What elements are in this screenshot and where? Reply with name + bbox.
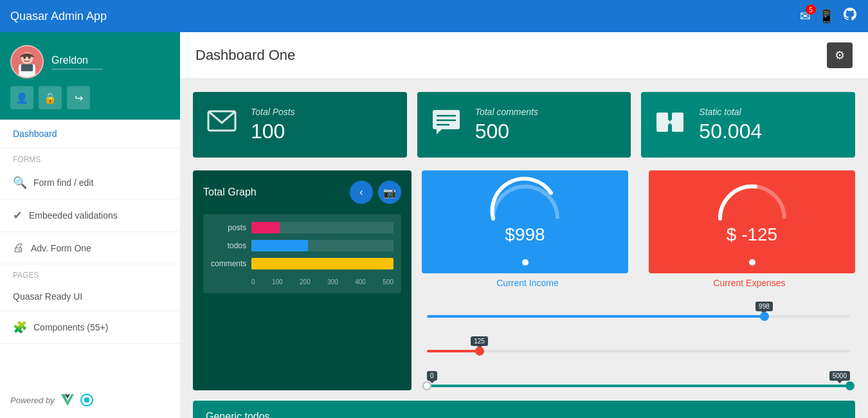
expense-slider-row: 125: [427, 336, 850, 356]
mail-badge: 5: [806, 5, 816, 15]
bar-row-comments: comments: [211, 258, 393, 269]
stat-info-comments: Total comments 500: [475, 107, 538, 143]
check-icon: ✔: [13, 208, 23, 223]
axis-500: 500: [383, 278, 393, 286]
bar-track-posts: [251, 222, 393, 233]
page-title: Dashboard One: [195, 47, 295, 64]
stat-card-total-posts: Total Posts 100: [193, 92, 407, 158]
range-slider-row: 0 5000: [427, 371, 850, 390]
settings-button[interactable]: ⚙: [827, 42, 853, 68]
mail-icon[interactable]: ✉ 5: [800, 8, 811, 24]
range-slider-right-thumb[interactable]: [845, 381, 854, 390]
range-slider-fill: [427, 385, 850, 387]
sidebar-user-row: Greldon: [10, 45, 170, 78]
graph-header: Total Graph ‹ 📷: [203, 181, 401, 204]
axis-400: 400: [355, 278, 366, 286]
lock-button[interactable]: 🔒: [39, 86, 62, 109]
bottom-section: Total Graph ‹ 📷 posts: [193, 170, 855, 390]
axis-200: 200: [300, 278, 311, 286]
bar-fill-comments: [251, 258, 393, 269]
bar-row-todos: todos: [211, 240, 393, 251]
expense-gauge: $ -125: [649, 170, 855, 273]
quasar-logo: [80, 394, 93, 406]
stat-value-posts: 100: [251, 120, 295, 143]
expense-arc: [714, 177, 791, 222]
stat-info-posts: Total Posts 100: [251, 107, 295, 143]
range-slider-left-thumb[interactable]: [422, 381, 431, 390]
sidebar: Greldon 👤 🔒 ↪ Dashboard Forms 🔍 Form fin…: [0, 32, 180, 418]
puzzle-icon: 🧩: [13, 320, 27, 334]
sliders-container: 998 125: [422, 302, 855, 390]
sidebar-section-forms: Forms: [0, 149, 180, 167]
expense-slider-track: [427, 350, 850, 352]
sidebar-item-quasar-ready-ui[interactable]: Quasar Ready UI: [0, 282, 180, 311]
avatar: [10, 45, 44, 78]
income-gauge: $998: [422, 170, 628, 273]
sidebar-item-components[interactable]: 🧩 Components (55+): [0, 311, 180, 344]
expense-slider-thumb[interactable]: [475, 347, 484, 356]
todos-title: Generic todos: [206, 411, 270, 418]
income-slider-track: [427, 315, 850, 318]
sidebar-footer: Powered by: [0, 382, 180, 418]
bar-label-todos: todos: [211, 241, 246, 250]
sidebar-item-dashboard[interactable]: Dashboard: [0, 120, 180, 149]
sidebar-item-adv-form-one[interactable]: 🖨 Adv. Form One: [0, 232, 180, 264]
bar-label-comments: comments: [211, 259, 246, 268]
income-slider-row: 998: [427, 302, 850, 321]
graph-buttons: ‹ 📷: [350, 181, 401, 204]
sidebar-section-pages: Pages: [0, 264, 180, 282]
income-slider-thumb[interactable]: [760, 312, 769, 321]
axis-100: 100: [272, 278, 283, 286]
income-value: $998: [505, 224, 545, 245]
app-title: Quasar Admin App: [10, 10, 800, 23]
graph-card: Total Graph ‹ 📷 posts: [193, 170, 411, 390]
layout: Greldon 👤 🔒 ↪ Dashboard Forms 🔍 Form fin…: [0, 32, 868, 418]
stat-info-static: Static total 50.004: [699, 107, 762, 143]
github-icon[interactable]: [842, 6, 858, 26]
sidebar-user-section: Greldon 👤 🔒 ↪: [0, 32, 180, 120]
topnav-icons: ✉ 5 📱: [800, 6, 858, 26]
topnav: Quasar Admin App ✉ 5 📱: [0, 0, 868, 32]
stat-label-posts: Total Posts: [251, 107, 295, 117]
income-label: Current Income: [422, 277, 633, 289]
vue-logo: [60, 392, 75, 408]
graph-screenshot-button[interactable]: 📷: [378, 181, 401, 204]
axis-0: 0: [251, 278, 255, 286]
bar-chart: posts todos: [211, 222, 393, 269]
stat-label-comments: Total comments: [475, 107, 538, 117]
range-slider-track: [427, 385, 850, 387]
stat-card-total-comments: Total comments 500: [417, 92, 631, 158]
main-content-area: Total Posts 100 Total comments 500: [180, 79, 868, 418]
gauge-row: $998 $ -1: [422, 170, 855, 273]
income-slider-fill: [427, 315, 764, 318]
sidebar-item-form-find-edit[interactable]: 🔍 Form find / edit: [0, 167, 180, 199]
bar-row-posts: posts: [211, 222, 393, 233]
sidebar-username: Greldon: [51, 55, 103, 69]
bar-fill-posts: [251, 222, 280, 233]
main-content: Dashboard One ⚙ Total Posts 100: [180, 32, 868, 418]
chart-axis: 0 100 200 300 400 500: [211, 276, 393, 286]
static-stat-icon: [654, 106, 686, 144]
axis-300: 300: [327, 278, 338, 286]
mobile-icon[interactable]: 📱: [818, 8, 835, 24]
svg-rect-3: [21, 64, 33, 71]
expense-dot: [749, 259, 755, 266]
gauge-labels: Current Income Current Expenses: [422, 277, 855, 289]
svg-point-8: [84, 397, 89, 403]
income-dot: [522, 259, 529, 266]
bar-label-posts: posts: [211, 223, 246, 232]
profile-button[interactable]: 👤: [10, 86, 33, 109]
income-arc: [487, 177, 564, 222]
stat-value-comments: 500: [475, 120, 538, 143]
graph-title: Total Graph: [203, 186, 257, 198]
graph-prev-button[interactable]: ‹: [350, 181, 373, 204]
bar-track-comments: [251, 258, 393, 269]
stat-card-static-total: Static total 50.004: [641, 92, 855, 158]
logout-button[interactable]: ↪: [67, 86, 90, 109]
stat-cards: Total Posts 100 Total comments 500: [193, 92, 855, 158]
sidebar-item-embedded-validations[interactable]: ✔ Embeeded validations: [0, 199, 180, 232]
expense-slider-badge: 125: [471, 336, 488, 346]
svg-marker-14: [437, 129, 442, 134]
bar-track-todos: [251, 240, 393, 251]
expense-slider-fill: [427, 350, 480, 352]
